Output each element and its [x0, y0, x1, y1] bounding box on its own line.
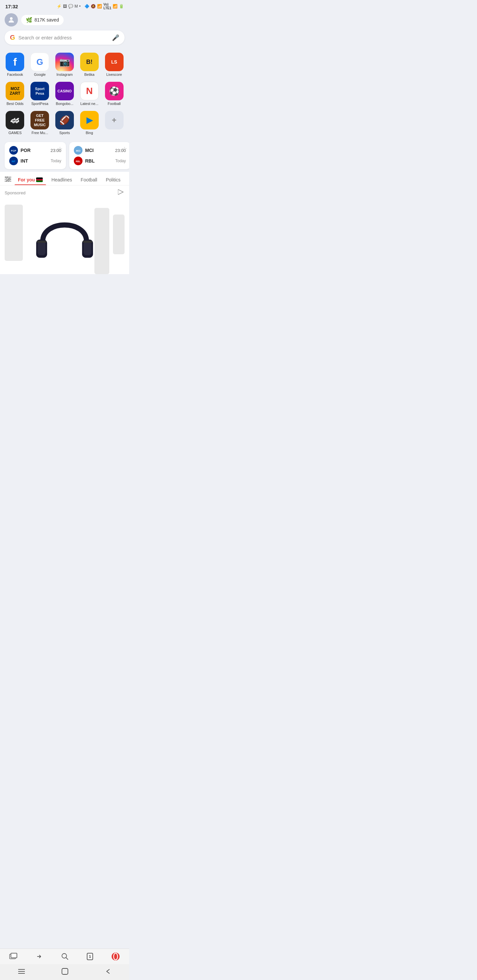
- app-grid: f Facebook G Google 📷 Instagram B! Betik…: [0, 49, 129, 139]
- battery-icon: 🔋: [119, 4, 124, 9]
- sports-label: Sports: [59, 131, 70, 135]
- status-bar: 17:32 ⚡ 🖼 💬 M • 🔷 🔕 📶 Vo)LTE1 📶 🔋: [0, 0, 129, 11]
- svg-marker-15: [118, 189, 123, 195]
- tab-headlines[interactable]: Headlines: [48, 175, 75, 185]
- svg-point-12: [6, 177, 8, 178]
- ad-area: [0, 198, 129, 274]
- app-livescore[interactable]: LS Livescore: [102, 51, 126, 78]
- bing-icon: ▶: [80, 111, 99, 129]
- football-icon: ⚽: [105, 82, 124, 100]
- microphone-icon[interactable]: 🎤: [112, 34, 119, 41]
- news-tabs: For you Headlines Football Politics: [0, 172, 129, 185]
- app-freemusic[interactable]: GETFREEMUSIC Free Mu...: [28, 109, 52, 137]
- sports-icon: 🏈: [55, 111, 74, 129]
- latestnews-label: Latest ne...: [80, 102, 98, 106]
- inter-logo: INT: [9, 157, 18, 165]
- match-date-1: Today: [51, 159, 61, 163]
- tab-politics-label: Politics: [106, 177, 120, 183]
- svg-rect-17: [38, 241, 46, 255]
- avatar[interactable]: [5, 13, 18, 27]
- dot-icon: •: [79, 4, 80, 9]
- latestnews-icon: N: [80, 82, 99, 100]
- match-section: ☆ FCP POR 23:00 INT INT Today ☆: [0, 139, 129, 172]
- betika-label: Betika: [85, 73, 95, 76]
- match-star-2[interactable]: ☆: [122, 145, 127, 153]
- games-label: GAMES: [9, 131, 22, 135]
- bing-label: Bing: [86, 131, 93, 135]
- svg-text:MCI: MCI: [76, 150, 80, 152]
- match-team4-row: RBL RBL Today: [74, 157, 126, 165]
- tab-football[interactable]: Football: [78, 175, 101, 185]
- svg-point-13: [9, 178, 10, 180]
- ad-side-left: [5, 205, 23, 261]
- gmail-icon: M: [75, 4, 78, 9]
- team2-name: INT: [21, 158, 48, 164]
- mute-icon: 🔕: [91, 4, 96, 9]
- team3-name: MCI: [85, 148, 112, 153]
- svg-text:INT: INT: [11, 160, 16, 162]
- search-input[interactable]: Search or enter address: [19, 35, 108, 40]
- match-team1-row: FCP POR 23:00: [9, 146, 61, 154]
- svg-rect-20: [37, 241, 46, 243]
- app-bing[interactable]: ▶ Bing: [78, 109, 101, 137]
- instagram-label: Instagram: [57, 73, 73, 76]
- svg-text:RBL: RBL: [76, 160, 81, 162]
- app-google[interactable]: G Google: [28, 51, 52, 78]
- ad-side-right: [113, 215, 124, 254]
- mozzart-icon: MOZZART: [6, 82, 24, 100]
- saved-badge: 🌿 817K saved: [21, 15, 64, 25]
- ad-side-right2: [94, 208, 109, 274]
- app-latestnews[interactable]: N Latest ne...: [78, 80, 101, 108]
- match-team3-row: MCI MCI 23:00: [74, 146, 126, 154]
- chat-icon: 💬: [68, 4, 73, 9]
- photo-icon: 🖼: [63, 4, 67, 9]
- app-facebook[interactable]: f Facebook: [3, 51, 27, 78]
- match-star-1[interactable]: ☆: [57, 145, 62, 153]
- sportpesa-label: SportPesa: [32, 102, 48, 106]
- match-date-2: Today: [115, 159, 126, 163]
- app-games[interactable]: 🏎 GAMES: [3, 109, 27, 137]
- tab-for-you[interactable]: For you: [14, 175, 46, 185]
- filter-icon[interactable]: [5, 177, 11, 183]
- team1-name: POR: [21, 148, 48, 153]
- wifi-icon: 📶: [97, 4, 102, 9]
- app-add[interactable]: +: [102, 109, 126, 137]
- tab-football-label: Football: [81, 177, 97, 183]
- rbl-logo: RBL: [74, 157, 83, 165]
- sponsored-header: Sponsored: [0, 185, 129, 198]
- freemusic-label: Free Mu...: [32, 131, 48, 135]
- svg-text:FCP: FCP: [11, 149, 17, 152]
- porto-logo: FCP: [9, 146, 18, 154]
- mci-logo: MCI: [74, 146, 83, 154]
- casino-label: Bongobo...: [56, 102, 73, 106]
- sportpesa-icon: SportPesa: [30, 82, 49, 100]
- tab-politics[interactable]: Politics: [102, 175, 124, 185]
- svg-point-0: [10, 17, 13, 20]
- saved-text: 817K saved: [34, 17, 59, 22]
- facebook-icon: f: [6, 52, 24, 71]
- add-app-icon: +: [105, 111, 124, 129]
- leaf-icon: 🌿: [26, 17, 32, 23]
- instagram-icon: 📷: [55, 52, 74, 71]
- lte-label: Vo)LTE1: [103, 3, 111, 10]
- app-betika[interactable]: B! Betika: [78, 51, 101, 78]
- kenya-flag: [36, 177, 43, 182]
- app-instagram[interactable]: 📷 Instagram: [53, 51, 77, 78]
- app-casino[interactable]: CASINO Bongobo...: [53, 80, 77, 108]
- google-icon: G: [30, 52, 49, 71]
- top-bar: 🌿 817K saved: [0, 11, 129, 30]
- bluetooth-icon: ⚡: [57, 4, 62, 9]
- search-bar[interactable]: G Search or enter address 🎤: [5, 30, 124, 45]
- svg-point-14: [6, 180, 8, 182]
- app-football[interactable]: ⚽ Football: [102, 80, 126, 108]
- livescore-label: Livescore: [106, 73, 122, 76]
- sponsored-info-icon[interactable]: [118, 189, 124, 196]
- google-label: Google: [34, 73, 45, 76]
- facebook-label: Facebook: [7, 73, 23, 76]
- app-mozzart[interactable]: MOZZART Best Odds: [3, 80, 27, 108]
- betika-icon: B!: [80, 52, 99, 71]
- headphone-image: [28, 201, 101, 274]
- app-sportpesa[interactable]: SportPesa SportPesa: [28, 80, 52, 108]
- app-sports[interactable]: 🏈 Sports: [53, 109, 77, 137]
- signal-icon: 📶: [113, 4, 118, 9]
